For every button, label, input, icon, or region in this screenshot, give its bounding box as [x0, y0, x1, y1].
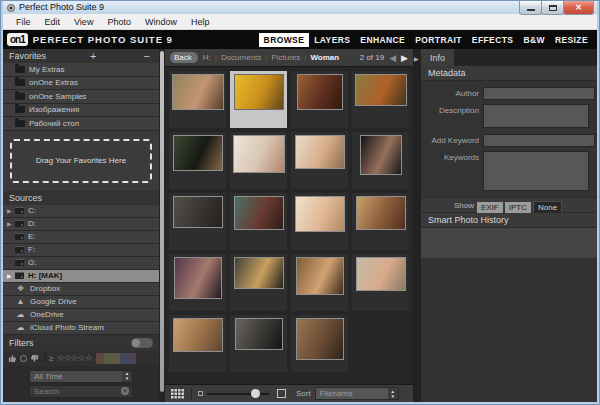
thumbnail-cell[interactable] [169, 71, 226, 128]
next-photo-button[interactable]: ▶ [401, 53, 408, 63]
photo-thumbnail[interactable] [355, 74, 407, 106]
photo-thumbnail[interactable] [173, 196, 223, 228]
source-item[interactable]: ▶ H: [MAK] [3, 270, 159, 283]
breadcrumb-segment[interactable]: Documents [221, 53, 272, 62]
favorite-item[interactable]: My Extras [3, 63, 159, 77]
grid-view-icon[interactable] [171, 385, 185, 403]
photo-thumbnail[interactable] [356, 257, 406, 291]
zoom-out-icon[interactable] [198, 391, 203, 396]
thumbnail-cell[interactable] [230, 132, 287, 189]
breadcrumb-segment[interactable]: Woman [310, 53, 339, 62]
menu-item[interactable]: Edit [38, 14, 68, 30]
thumbs-up-icon[interactable] [8, 354, 17, 363]
thumbnail-cell[interactable] [169, 132, 226, 189]
color-swatch[interactable] [112, 353, 120, 364]
thumbnail-cell[interactable] [230, 193, 287, 250]
time-range-dropdown[interactable]: All Time ▲▼ [29, 370, 133, 383]
photo-thumbnail[interactable] [174, 257, 222, 299]
tab-info[interactable]: Info [421, 49, 454, 66]
expand-arrow-icon[interactable]: ▶ [7, 220, 15, 227]
thumbnail-cell[interactable] [291, 132, 348, 189]
breadcrumb-segment[interactable]: Pictures [271, 53, 310, 62]
thumbnail-cell[interactable] [352, 254, 409, 311]
search-input[interactable]: Search ✕ [29, 385, 133, 398]
menu-item[interactable]: View [67, 14, 100, 30]
zoom-in-icon[interactable] [277, 389, 286, 398]
favorite-item[interactable]: onOne Extras [3, 77, 159, 91]
clear-search-icon[interactable]: ✕ [121, 387, 129, 395]
filters-toggle[interactable] [131, 338, 153, 348]
author-field[interactable] [483, 87, 595, 100]
remove-favorite-button[interactable]: − [141, 51, 153, 61]
sort-dropdown[interactable]: Filename ▲▼ [315, 387, 399, 400]
source-item[interactable]: F: [3, 244, 159, 257]
color-swatch[interactable] [96, 353, 104, 364]
thumbnail-cell[interactable] [291, 193, 348, 250]
module-tab[interactable]: LAYERS [309, 33, 355, 47]
module-tab[interactable]: ENHANCE [355, 33, 410, 47]
neutral-flag-icon[interactable] [20, 355, 27, 362]
photo-thumbnail[interactable] [173, 135, 223, 171]
thumbnail-cell[interactable] [291, 254, 348, 311]
module-tab[interactable]: BROWSE [259, 33, 310, 47]
thumbnail-cell[interactable] [169, 315, 226, 372]
color-swatch[interactable] [104, 353, 112, 364]
expand-arrow-icon[interactable]: ▶ [7, 272, 15, 279]
source-item[interactable]: ☁ iCloud Photo Stream [3, 322, 159, 335]
stepper-icon[interactable]: ▲▼ [122, 371, 132, 382]
slider-knob[interactable] [251, 389, 260, 398]
add-favorite-button[interactable]: + [87, 51, 99, 61]
photo-thumbnail[interactable] [360, 135, 402, 175]
show-option-button[interactable]: EXIF [477, 202, 503, 213]
source-item[interactable]: ▶ D: [3, 218, 159, 231]
smart-photo-history-header[interactable]: Smart Photo History [421, 213, 597, 228]
photo-thumbnail[interactable] [235, 318, 283, 350]
thumbnail-cell[interactable] [230, 71, 287, 128]
menu-item[interactable]: Window [138, 14, 184, 30]
color-swatch[interactable] [120, 353, 128, 364]
thumbs-down-icon[interactable] [30, 354, 39, 363]
panel-collapse-icon[interactable]: ▶ [414, 55, 419, 62]
thumbnail-cell[interactable] [169, 193, 226, 250]
title-bar[interactable]: Perfect Photo Suite 9 ✕ [3, 1, 597, 14]
previous-photo-button[interactable]: ◀ [389, 53, 396, 63]
thumbnail-cell[interactable] [169, 254, 226, 311]
thumbnail-cell[interactable] [291, 71, 348, 128]
stepper-icon[interactable]: ▲▼ [388, 388, 398, 399]
thumbnail-cell[interactable] [352, 71, 409, 128]
add-keyword-field[interactable] [483, 134, 595, 147]
module-tab[interactable]: B&W [518, 33, 550, 47]
thumbnail-cell[interactable] [352, 193, 409, 250]
maximize-button[interactable] [541, 1, 564, 15]
expand-arrow-icon[interactable]: ▶ [7, 207, 15, 214]
photo-thumbnail[interactable] [233, 135, 285, 173]
menu-item[interactable]: File [9, 14, 38, 30]
source-item[interactable]: ▶ C: [3, 205, 159, 218]
photo-thumbnail[interactable] [234, 196, 284, 230]
photo-thumbnail[interactable] [173, 318, 223, 352]
keywords-field[interactable] [483, 151, 589, 191]
close-button[interactable]: ✕ [563, 1, 594, 15]
photo-thumbnail[interactable] [296, 318, 344, 360]
rating-compare-symbol[interactable]: ≥ [49, 354, 53, 363]
module-tab[interactable]: RESIZE [550, 33, 593, 47]
photo-thumbnail[interactable] [295, 196, 345, 232]
favorite-item[interactable]: Изображения [3, 104, 159, 118]
photo-thumbnail[interactable] [172, 74, 224, 110]
source-item[interactable]: G: [3, 257, 159, 270]
photo-thumbnail[interactable] [356, 196, 406, 230]
thumbnail-size-slider[interactable] [207, 393, 269, 395]
minimize-button[interactable] [519, 1, 542, 15]
favorite-item[interactable]: Рабочий стол [3, 117, 159, 131]
color-swatch[interactable] [128, 353, 136, 364]
source-item[interactable]: ☁ OneDrive [3, 309, 159, 322]
module-tab[interactable]: EFFECTS [467, 33, 519, 47]
sidebar-scrollbar[interactable] [159, 49, 165, 402]
photo-thumbnail[interactable] [234, 74, 284, 110]
back-button[interactable]: Back [170, 52, 198, 63]
breadcrumb-segment[interactable]: H: [203, 53, 221, 62]
photo-thumbnail[interactable] [234, 257, 284, 289]
show-option-button[interactable]: IPTC [505, 202, 531, 213]
metadata-header[interactable]: Metadata [421, 66, 597, 81]
scrollbar-thumb[interactable] [160, 51, 164, 392]
